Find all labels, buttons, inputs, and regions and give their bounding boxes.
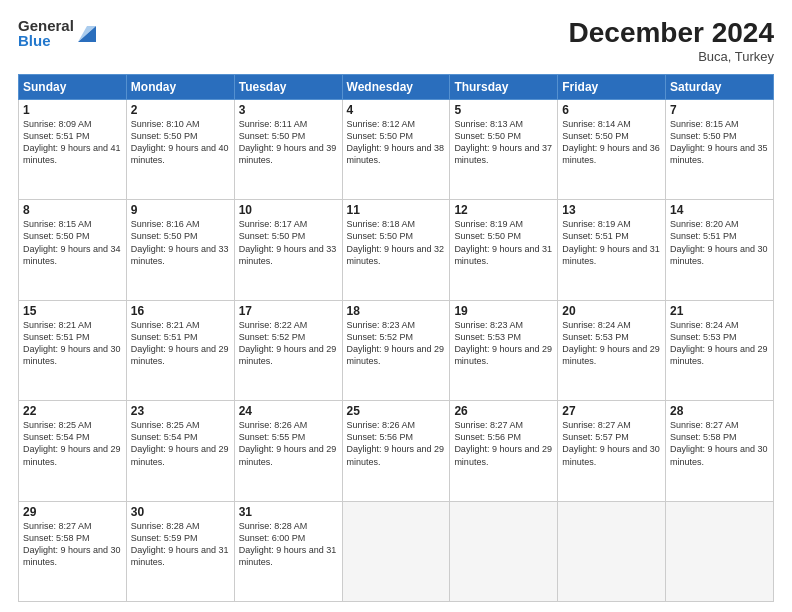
sunset-text: Sunset: 5:52 PM: [239, 332, 306, 342]
sunrise-text: Sunrise: 8:12 AM: [347, 119, 416, 129]
daylight-text: Daylight: 9 hours and 29 minutes.: [454, 344, 552, 366]
table-row: 20 Sunrise: 8:24 AM Sunset: 5:53 PM Dayl…: [558, 300, 666, 400]
sunset-text: Sunset: 5:50 PM: [131, 231, 198, 241]
cell-info: Sunrise: 8:24 AM Sunset: 5:53 PM Dayligh…: [670, 319, 769, 368]
table-row: 29 Sunrise: 8:27 AM Sunset: 5:58 PM Dayl…: [19, 501, 127, 601]
daylight-text: Daylight: 9 hours and 29 minutes.: [23, 444, 121, 466]
table-row: 24 Sunrise: 8:26 AM Sunset: 5:55 PM Dayl…: [234, 401, 342, 501]
cell-info: Sunrise: 8:27 AM Sunset: 5:56 PM Dayligh…: [454, 419, 553, 468]
cell-info: Sunrise: 8:19 AM Sunset: 5:51 PM Dayligh…: [562, 218, 661, 267]
daylight-text: Daylight: 9 hours and 30 minutes.: [23, 545, 121, 567]
sunset-text: Sunset: 5:54 PM: [23, 432, 90, 442]
sunrise-text: Sunrise: 8:14 AM: [562, 119, 631, 129]
table-row: 27 Sunrise: 8:27 AM Sunset: 5:57 PM Dayl…: [558, 401, 666, 501]
sunset-text: Sunset: 5:51 PM: [23, 332, 90, 342]
table-row: 18 Sunrise: 8:23 AM Sunset: 5:52 PM Dayl…: [342, 300, 450, 400]
daylight-text: Daylight: 9 hours and 33 minutes.: [131, 244, 229, 266]
daylight-text: Daylight: 9 hours and 41 minutes.: [23, 143, 121, 165]
daylight-text: Daylight: 9 hours and 31 minutes.: [131, 545, 229, 567]
sunset-text: Sunset: 5:59 PM: [131, 533, 198, 543]
day-number: 12: [454, 203, 553, 217]
day-number: 27: [562, 404, 661, 418]
table-row: 12 Sunrise: 8:19 AM Sunset: 5:50 PM Dayl…: [450, 200, 558, 300]
sunrise-text: Sunrise: 8:19 AM: [562, 219, 631, 229]
sunset-text: Sunset: 5:50 PM: [454, 131, 521, 141]
daylight-text: Daylight: 9 hours and 29 minutes.: [670, 344, 768, 366]
logo-icon: [76, 22, 98, 44]
day-number: 26: [454, 404, 553, 418]
sunset-text: Sunset: 5:54 PM: [131, 432, 198, 442]
table-row: [342, 501, 450, 601]
table-row: 19 Sunrise: 8:23 AM Sunset: 5:53 PM Dayl…: [450, 300, 558, 400]
month-title: December 2024: [569, 18, 774, 49]
sunset-text: Sunset: 6:00 PM: [239, 533, 306, 543]
sunset-text: Sunset: 5:50 PM: [347, 231, 414, 241]
daylight-text: Daylight: 9 hours and 37 minutes.: [454, 143, 552, 165]
sunset-text: Sunset: 5:52 PM: [347, 332, 414, 342]
header-row: Sunday Monday Tuesday Wednesday Thursday…: [19, 74, 774, 99]
sunrise-text: Sunrise: 8:28 AM: [131, 521, 200, 531]
day-number: 3: [239, 103, 338, 117]
calendar-row: 29 Sunrise: 8:27 AM Sunset: 5:58 PM Dayl…: [19, 501, 774, 601]
daylight-text: Daylight: 9 hours and 29 minutes.: [347, 344, 445, 366]
day-number: 19: [454, 304, 553, 318]
cell-info: Sunrise: 8:17 AM Sunset: 5:50 PM Dayligh…: [239, 218, 338, 267]
day-number: 29: [23, 505, 122, 519]
sunrise-text: Sunrise: 8:26 AM: [239, 420, 308, 430]
table-row: 30 Sunrise: 8:28 AM Sunset: 5:59 PM Dayl…: [126, 501, 234, 601]
sunrise-text: Sunrise: 8:23 AM: [454, 320, 523, 330]
day-number: 23: [131, 404, 230, 418]
sunrise-text: Sunrise: 8:17 AM: [239, 219, 308, 229]
sunrise-text: Sunrise: 8:19 AM: [454, 219, 523, 229]
page: General Blue December 2024 Buca, Turkey …: [0, 0, 792, 612]
day-number: 15: [23, 304, 122, 318]
day-number: 9: [131, 203, 230, 217]
sunset-text: Sunset: 5:50 PM: [131, 131, 198, 141]
cell-info: Sunrise: 8:11 AM Sunset: 5:50 PM Dayligh…: [239, 118, 338, 167]
sunrise-text: Sunrise: 8:25 AM: [131, 420, 200, 430]
table-row: 9 Sunrise: 8:16 AM Sunset: 5:50 PM Dayli…: [126, 200, 234, 300]
daylight-text: Daylight: 9 hours and 30 minutes.: [23, 344, 121, 366]
daylight-text: Daylight: 9 hours and 29 minutes.: [562, 344, 660, 366]
cell-info: Sunrise: 8:27 AM Sunset: 5:58 PM Dayligh…: [23, 520, 122, 569]
title-block: December 2024 Buca, Turkey: [569, 18, 774, 64]
sunrise-text: Sunrise: 8:27 AM: [23, 521, 92, 531]
col-sunday: Sunday: [19, 74, 127, 99]
table-row: 8 Sunrise: 8:15 AM Sunset: 5:50 PM Dayli…: [19, 200, 127, 300]
col-saturday: Saturday: [666, 74, 774, 99]
day-number: 1: [23, 103, 122, 117]
sunset-text: Sunset: 5:53 PM: [454, 332, 521, 342]
sunrise-text: Sunrise: 8:21 AM: [131, 320, 200, 330]
cell-info: Sunrise: 8:27 AM Sunset: 5:58 PM Dayligh…: [670, 419, 769, 468]
sunrise-text: Sunrise: 8:25 AM: [23, 420, 92, 430]
cell-info: Sunrise: 8:24 AM Sunset: 5:53 PM Dayligh…: [562, 319, 661, 368]
cell-info: Sunrise: 8:26 AM Sunset: 5:55 PM Dayligh…: [239, 419, 338, 468]
daylight-text: Daylight: 9 hours and 29 minutes.: [347, 444, 445, 466]
daylight-text: Daylight: 9 hours and 29 minutes.: [239, 444, 337, 466]
table-row: 10 Sunrise: 8:17 AM Sunset: 5:50 PM Dayl…: [234, 200, 342, 300]
day-number: 10: [239, 203, 338, 217]
table-row: 14 Sunrise: 8:20 AM Sunset: 5:51 PM Dayl…: [666, 200, 774, 300]
daylight-text: Daylight: 9 hours and 34 minutes.: [23, 244, 121, 266]
table-row: 13 Sunrise: 8:19 AM Sunset: 5:51 PM Dayl…: [558, 200, 666, 300]
sunset-text: Sunset: 5:58 PM: [670, 432, 737, 442]
cell-info: Sunrise: 8:25 AM Sunset: 5:54 PM Dayligh…: [131, 419, 230, 468]
header: General Blue December 2024 Buca, Turkey: [18, 18, 774, 64]
sunrise-text: Sunrise: 8:24 AM: [670, 320, 739, 330]
logo-blue: Blue: [18, 33, 74, 48]
cell-info: Sunrise: 8:16 AM Sunset: 5:50 PM Dayligh…: [131, 218, 230, 267]
sunrise-text: Sunrise: 8:15 AM: [23, 219, 92, 229]
sunrise-text: Sunrise: 8:23 AM: [347, 320, 416, 330]
sunset-text: Sunset: 5:53 PM: [670, 332, 737, 342]
day-number: 21: [670, 304, 769, 318]
day-number: 2: [131, 103, 230, 117]
daylight-text: Daylight: 9 hours and 38 minutes.: [347, 143, 445, 165]
sunset-text: Sunset: 5:56 PM: [454, 432, 521, 442]
sunset-text: Sunset: 5:51 PM: [670, 231, 737, 241]
cell-info: Sunrise: 8:19 AM Sunset: 5:50 PM Dayligh…: [454, 218, 553, 267]
logo-text: General Blue: [18, 18, 74, 48]
day-number: 7: [670, 103, 769, 117]
daylight-text: Daylight: 9 hours and 31 minutes.: [454, 244, 552, 266]
sunset-text: Sunset: 5:58 PM: [23, 533, 90, 543]
calendar-row: 1 Sunrise: 8:09 AM Sunset: 5:51 PM Dayli…: [19, 99, 774, 199]
